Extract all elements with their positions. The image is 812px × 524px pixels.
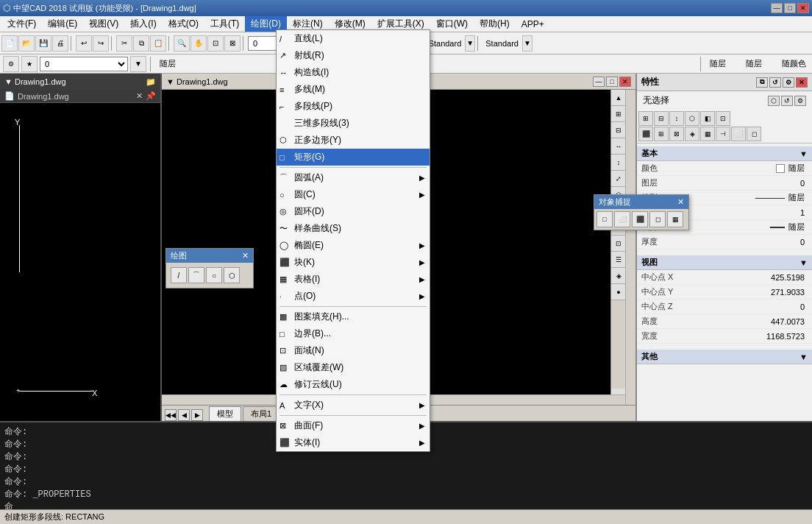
- rtb-btn13[interactable]: ●: [611, 284, 626, 300]
- menu-ellipse[interactable]: ◯ 椭圆(E) ▶: [277, 237, 430, 254]
- rtb-btn4[interactable]: ↔: [611, 138, 626, 155]
- copy-btn[interactable]: ⧉: [133, 35, 149, 52]
- menu-window[interactable]: 窗口(W): [430, 16, 474, 32]
- undo-btn[interactable]: ↩: [76, 35, 92, 52]
- pts-btn13[interactable]: ⬜: [731, 127, 746, 141]
- ns-btn3[interactable]: ⚙: [794, 96, 806, 106]
- snap-close[interactable]: ✕: [677, 197, 684, 207]
- menu-donut[interactable]: ◎ 圆环(D): [277, 203, 430, 220]
- draw-line-btn[interactable]: /: [171, 267, 187, 283]
- section-other-header[interactable]: 其他 ▼: [637, 350, 812, 364]
- rtb-btn6[interactable]: ⤢: [611, 171, 626, 187]
- draw-min-btn[interactable]: —: [593, 77, 605, 87]
- style-arrow[interactable]: ▼: [522, 35, 533, 52]
- pts-btn1[interactable]: ⊞: [638, 111, 653, 126]
- menu-help[interactable]: 帮助(H): [474, 16, 516, 32]
- menu-hatch[interactable]: ▩ 图案填充(H)...: [277, 308, 430, 325]
- menu-table[interactable]: ▦ 表格(I) ▶: [277, 271, 430, 288]
- menu-mline[interactable]: ≡ 多线(M): [277, 81, 430, 98]
- menu-view[interactable]: 视图(V): [83, 16, 124, 32]
- props-toggle[interactable]: ⧉: [756, 77, 768, 88]
- open-btn[interactable]: 📂: [18, 35, 35, 52]
- layer-state-btn[interactable]: ★: [21, 56, 38, 72]
- menu-spline[interactable]: 〜 样条曲线(S): [277, 220, 430, 237]
- save-btn[interactable]: 💾: [35, 35, 51, 52]
- snap-btn2[interactable]: ⬜: [614, 211, 630, 227]
- ns-btn2[interactable]: ↺: [781, 96, 793, 106]
- file-tab[interactable]: 📄 Drawing1.dwg ✕ 📌: [0, 90, 160, 103]
- new-btn[interactable]: 📄: [1, 35, 18, 52]
- pts-btn5[interactable]: ◧: [700, 111, 715, 126]
- props-close[interactable]: ✕: [796, 77, 808, 88]
- menu-insert[interactable]: 插入(I): [124, 16, 162, 32]
- section-view-header[interactable]: 视图 ▼: [637, 255, 812, 270]
- print-btn[interactable]: 🖨: [52, 35, 68, 52]
- rtb-btn1[interactable]: ▲: [611, 90, 626, 106]
- pts-btn10[interactable]: ◈: [685, 127, 699, 141]
- pts-btn12[interactable]: ⊣: [716, 127, 730, 141]
- pts-btn2[interactable]: ⊟: [654, 111, 669, 126]
- menu-3dpline[interactable]: 三维多段线(3): [277, 115, 430, 132]
- pan-btn[interactable]: ✋: [190, 35, 207, 52]
- props-refresh[interactable]: ↺: [769, 77, 781, 88]
- zoom-all-btn[interactable]: ⊡: [207, 35, 224, 52]
- close-button[interactable]: ✕: [797, 3, 809, 13]
- menu-circle[interactable]: ○ 圆(C) ▶: [277, 186, 430, 203]
- menu-edit[interactable]: 编辑(E): [42, 16, 83, 32]
- rtb-btn10[interactable]: ⊡: [611, 236, 626, 252]
- nav-prev[interactable]: ◀: [178, 409, 190, 421]
- rtb-btn3[interactable]: ⊟: [611, 122, 626, 138]
- tab-layout1[interactable]: 布局1: [243, 406, 279, 421]
- menu-region[interactable]: ⊡ 面域(N): [277, 342, 430, 359]
- cut-btn[interactable]: ✂: [116, 35, 132, 52]
- snap-header[interactable]: 对象捕捉 ✕: [594, 195, 688, 209]
- menu-text[interactable]: A 文字(X) ▶: [277, 397, 430, 414]
- ns-btn1[interactable]: ⬡: [768, 96, 780, 106]
- menu-format[interactable]: 格式(O): [163, 16, 204, 32]
- draw-arc-btn[interactable]: ⌒: [188, 267, 204, 283]
- menu-arc[interactable]: ⌒ 圆弧(A) ▶: [277, 169, 430, 186]
- menu-solid[interactable]: ⬛ 实体(I) ▶: [277, 434, 430, 451]
- file-tab-pin[interactable]: 📌: [146, 91, 156, 101]
- menu-file[interactable]: 文件(F): [1, 16, 42, 32]
- dimstyle-arrow[interactable]: ▼: [465, 35, 475, 52]
- file-tab-close[interactable]: ✕: [136, 91, 143, 101]
- menu-tools[interactable]: 工具(T): [204, 16, 245, 32]
- menu-surface[interactable]: ⊠ 曲面(F) ▶: [277, 417, 430, 434]
- tab-model[interactable]: 模型: [209, 406, 241, 421]
- zoom-prev-btn[interactable]: ⊠: [224, 35, 241, 52]
- snap-btn5[interactable]: ▦: [667, 211, 683, 227]
- rtb-btn12[interactable]: ◈: [611, 268, 626, 284]
- layer-btn2[interactable]: ▼: [130, 56, 146, 72]
- pts-btn4[interactable]: ⬡: [685, 111, 699, 126]
- pts-btn9[interactable]: ⊠: [669, 127, 684, 141]
- pts-btn7[interactable]: ⬛: [638, 127, 653, 141]
- menu-pline[interactable]: ⌐ 多段线(P): [277, 98, 430, 115]
- pts-btn11[interactable]: ▦: [700, 127, 715, 141]
- menu-revcloud[interactable]: ☁ 修订云线(U): [277, 376, 430, 393]
- rtb-btn2[interactable]: ⊞: [611, 106, 626, 122]
- pts-btn3[interactable]: ↕: [669, 111, 684, 126]
- nav-next[interactable]: ▶: [191, 409, 203, 421]
- draw-max-btn[interactable]: □: [606, 77, 618, 87]
- menu-rect[interactable]: □ 矩形(G): [277, 149, 430, 166]
- draw-poly-btn[interactable]: ⬡: [224, 267, 240, 283]
- rtb-btn5[interactable]: ↕: [611, 155, 626, 171]
- props-settings[interactable]: ⚙: [783, 77, 794, 88]
- paste-btn[interactable]: 📋: [150, 35, 166, 52]
- menu-ray[interactable]: ↗ 射线(R): [277, 47, 430, 64]
- snap-btn1[interactable]: □: [596, 211, 613, 227]
- draw-close-btn[interactable]: ✕: [619, 77, 631, 87]
- snap-btn3[interactable]: ⬛: [632, 211, 648, 227]
- menu-point[interactable]: · 点(O) ▶: [277, 288, 430, 305]
- props-scroll[interactable]: 基本 ▼ 颜色 随层 图层 0 线型: [637, 144, 812, 421]
- pts-btn14[interactable]: ◻: [747, 127, 761, 141]
- draw-panel-header[interactable]: 绘图 ✕: [166, 249, 253, 263]
- menu-boundary[interactable]: □ 边界(B)...: [277, 325, 430, 342]
- menu-xline[interactable]: ↔ 构造线(I): [277, 64, 430, 81]
- snap-btn4[interactable]: ◻: [649, 211, 666, 227]
- layer-combo[interactable]: 0: [40, 57, 128, 71]
- rtb-btn11[interactable]: ☰: [611, 252, 626, 268]
- menu-line[interactable]: / 直线(L): [277, 30, 430, 47]
- redo-btn[interactable]: ↪: [93, 35, 109, 52]
